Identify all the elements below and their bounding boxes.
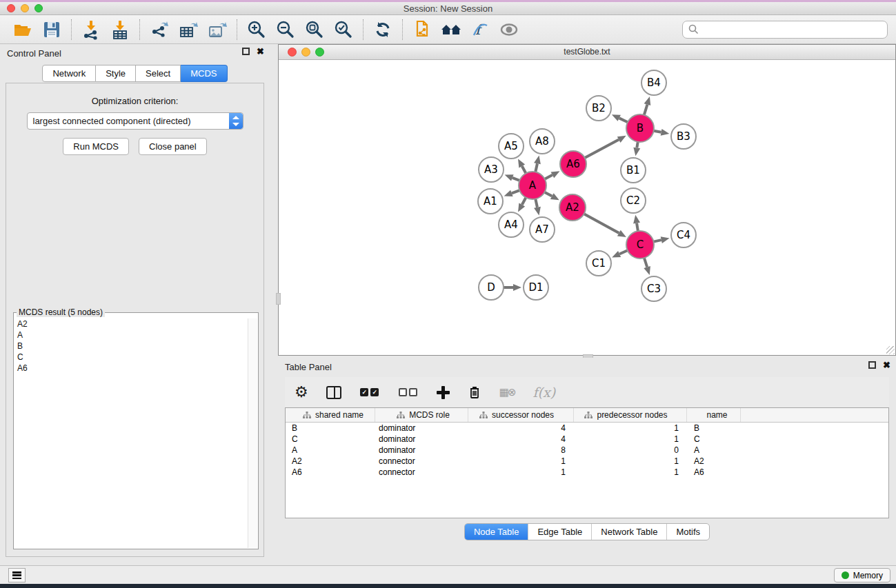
cell-successor-nodes[interactable]: 1 [468, 467, 574, 478]
float-panel-icon[interactable] [242, 48, 250, 55]
export-image-icon[interactable] [203, 17, 232, 42]
new-network-from-selection-icon[interactable] [408, 17, 437, 42]
cell-mcds-role[interactable]: dominator [375, 445, 468, 456]
refresh-layout-icon[interactable] [368, 17, 397, 42]
open-session-icon[interactable] [8, 17, 37, 42]
graph-edge-A-A1[interactable] [512, 190, 519, 193]
create-column-icon[interactable] [437, 386, 450, 399]
list-item[interactable]: B [14, 341, 247, 352]
column-header-successor-nodes[interactable]: successor nodes [468, 408, 574, 422]
cell-mcds-role[interactable]: dominator [375, 434, 468, 445]
graph-edge-A-A6[interactable] [545, 175, 552, 179]
cell-name[interactable]: A [687, 445, 741, 456]
cell-shared-name[interactable]: B [286, 423, 375, 434]
table-row[interactable]: A dominator 8 0 A [286, 445, 888, 456]
criterion-select[interactable]: largest connected component (directed) [27, 112, 243, 130]
function-builder-icon[interactable]: f(x) [532, 385, 555, 400]
list-item[interactable]: A [14, 330, 247, 341]
cell-successor-nodes[interactable]: 4 [468, 423, 574, 434]
zoom-out-icon[interactable] [271, 17, 300, 42]
list-item[interactable]: C [14, 352, 247, 363]
column-header-predecessor-nodes[interactable]: predecessor nodes [574, 408, 687, 422]
window-resize-handle[interactable] [886, 346, 895, 354]
delete-table-icon[interactable]: ▦⊗ [499, 386, 515, 398]
hide-selected-icon[interactable]: f [466, 17, 495, 42]
cell-shared-name[interactable]: A [286, 445, 375, 456]
first-neighbors-icon[interactable] [437, 17, 466, 42]
tab-edge-table[interactable]: Edge Table [528, 524, 591, 540]
tab-select[interactable]: Select [136, 65, 181, 82]
search-field[interactable] [682, 21, 888, 39]
list-item[interactable]: A6 [14, 363, 247, 374]
tab-style[interactable]: Style [96, 65, 136, 82]
column-header-name[interactable]: name [687, 408, 741, 422]
graph-edge-B-B3[interactable] [654, 131, 661, 132]
graph-edge-C-C3[interactable] [644, 258, 647, 267]
graph-edge-A-A7[interactable] [535, 199, 537, 207]
cell-successor-nodes[interactable]: 1 [468, 456, 574, 467]
task-history-button[interactable] [8, 568, 26, 582]
graph-edge-A6-B[interactable] [585, 140, 619, 158]
cell-name[interactable]: C [687, 434, 741, 445]
network-canvas[interactable]: B4B2BB3A8A5A6A3B1AA1C2A2A4A7C4CC1DD1C3 [279, 60, 895, 355]
graph-edge-A-A8[interactable] [535, 163, 537, 172]
float-panel-icon[interactable] [868, 361, 876, 369]
cell-shared-name[interactable]: A2 [286, 456, 375, 467]
cell-predecessor-nodes[interactable]: 0 [574, 445, 687, 456]
graph-edge-A-A4[interactable] [522, 198, 526, 205]
graph-edge-B-B1[interactable] [637, 142, 637, 148]
cell-predecessor-nodes[interactable]: 1 [574, 456, 687, 467]
cell-predecessor-nodes[interactable]: 1 [574, 423, 687, 434]
graph-edge-C-C4[interactable] [654, 240, 661, 242]
select-all-columns-icon[interactable]: ✓✓ [359, 388, 380, 396]
network-window-titlebar[interactable]: testGlobe.txt [279, 45, 895, 60]
run-mcds-button[interactable]: Run MCDS [63, 138, 129, 155]
close-panel-icon[interactable]: ✖ [257, 48, 264, 55]
graph-edge-A2-C[interactable] [584, 214, 619, 233]
search-input[interactable] [699, 24, 882, 34]
cell-mcds-role[interactable]: connector [375, 456, 468, 467]
export-network-icon[interactable] [145, 17, 174, 42]
tab-network[interactable]: Network [42, 65, 96, 82]
close-panel-button[interactable]: Close panel [139, 138, 207, 155]
graph-edge-C-C2[interactable] [637, 223, 638, 232]
cell-predecessor-nodes[interactable]: 1 [574, 467, 687, 478]
graph-edge-B-B4[interactable] [644, 105, 648, 115]
tab-node-table[interactable]: Node Table [465, 524, 528, 540]
zoom-selected-icon[interactable] [329, 17, 358, 42]
import-table-icon[interactable] [106, 17, 135, 42]
cell-successor-nodes[interactable]: 4 [468, 434, 574, 445]
toggle-column-view-icon[interactable] [326, 386, 341, 399]
close-panel-icon[interactable]: ✖ [883, 361, 890, 369]
cell-shared-name[interactable]: A6 [286, 467, 375, 478]
graph-edge-A-A3[interactable] [512, 178, 520, 181]
delete-column-icon[interactable] [468, 385, 481, 400]
scrollbar[interactable] [248, 318, 257, 548]
cell-name[interactable]: A2 [687, 456, 741, 467]
graph-edge-A-A5[interactable] [522, 166, 526, 173]
cell-successor-nodes[interactable]: 8 [468, 445, 574, 456]
tab-mcds[interactable]: MCDS [181, 65, 227, 82]
deselect-all-columns-icon[interactable] [398, 388, 419, 396]
import-network-icon[interactable] [77, 17, 106, 42]
zoom-in-icon[interactable] [242, 17, 271, 42]
table-row[interactable]: A6 connector 1 1 A6 [286, 467, 888, 478]
cell-mcds-role[interactable]: connector [375, 467, 468, 478]
memory-button[interactable]: Memory [834, 568, 890, 582]
tab-network-table[interactable]: Network Table [591, 524, 666, 540]
cell-predecessor-nodes[interactable]: 1 [574, 434, 687, 445]
graph-edge-A-A2[interactable] [545, 192, 552, 196]
zoom-fit-icon[interactable] [300, 17, 329, 42]
graph-edge-C-C1[interactable] [619, 250, 628, 254]
table-settings-icon[interactable]: ⚙ [295, 385, 308, 400]
list-item[interactable]: A2 [14, 318, 247, 330]
table-row[interactable]: B dominator 4 1 B [286, 423, 888, 434]
cell-name[interactable]: A6 [687, 467, 741, 478]
column-header-mcds-role[interactable]: MCDS role [375, 408, 468, 422]
export-table-icon[interactable] [174, 17, 203, 42]
table-row[interactable]: A2 connector 1 1 A2 [286, 456, 888, 467]
save-session-icon[interactable] [37, 17, 66, 42]
show-graphics-details-icon[interactable] [495, 17, 524, 42]
cell-shared-name[interactable]: C [286, 434, 375, 445]
cell-mcds-role[interactable]: dominator [375, 423, 468, 434]
